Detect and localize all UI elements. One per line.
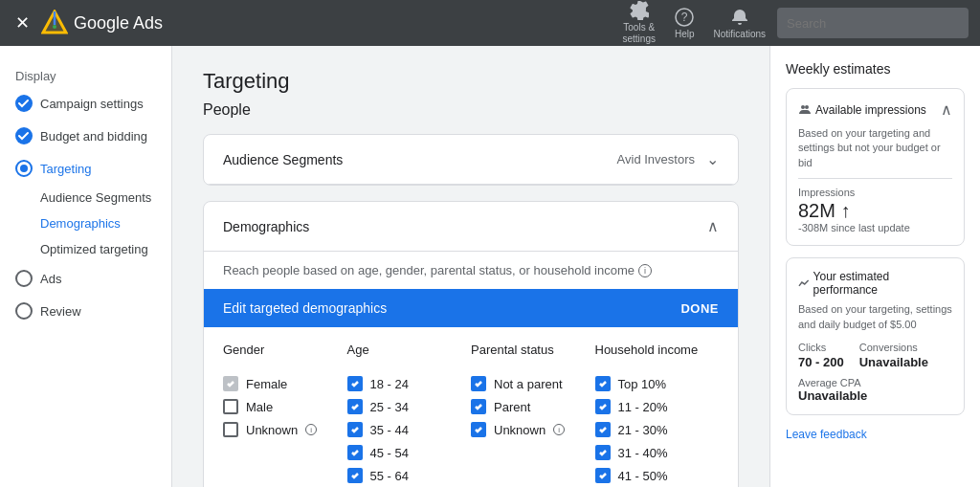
performance-icon bbox=[798, 277, 810, 289]
edit-demographics-bar: Edit targeted demographics DONE bbox=[204, 289, 738, 327]
parental-unknown[interactable]: Unknown i bbox=[471, 422, 580, 437]
display-label: Display bbox=[15, 69, 56, 83]
gender-female[interactable]: Female bbox=[223, 376, 332, 391]
sidebar-label-budget: Budget and bidding bbox=[40, 129, 147, 144]
page-title: Targeting bbox=[203, 69, 739, 94]
impressions-collapse-icon[interactable]: ∧ bbox=[941, 100, 952, 119]
income-11-20[interactable]: 11 - 20% bbox=[595, 399, 704, 414]
circle-active-icon bbox=[15, 160, 33, 177]
checkbox-31-40[interactable] bbox=[595, 445, 611, 460]
avg-cpa-label: Average CPA bbox=[798, 377, 952, 388]
checkbox-25-34[interactable] bbox=[347, 399, 363, 414]
search-input[interactable] bbox=[777, 8, 969, 38]
app-title: Google Ads bbox=[74, 13, 163, 33]
svg-point-8 bbox=[801, 105, 805, 109]
checkbox-35-44[interactable] bbox=[347, 422, 363, 437]
impressions-sub-label: Impressions bbox=[798, 187, 952, 198]
checkbox-21-30[interactable] bbox=[595, 422, 611, 437]
checkbox-top-10[interactable] bbox=[595, 376, 611, 391]
conversions-value: Unavailable bbox=[859, 355, 928, 369]
parental-status-column: Parental status Not a parent Parent Unkn… bbox=[471, 343, 595, 487]
right-panel: Weekly estimates Available impressions ∧… bbox=[769, 46, 980, 487]
gender-unknown-info-icon[interactable]: i bbox=[305, 424, 317, 435]
parental-unknown-info-icon[interactable]: i bbox=[553, 424, 565, 435]
checkbox-male[interactable] bbox=[223, 399, 238, 414]
age-25-34[interactable]: 25 - 34 bbox=[347, 399, 457, 414]
checkbox-not-a-parent[interactable] bbox=[471, 376, 486, 391]
household-income-header: Household income bbox=[595, 343, 704, 357]
sidebar-item-budget-bidding[interactable]: Budget and bidding bbox=[0, 120, 171, 152]
feedback-link[interactable]: Leave feedback bbox=[786, 428, 867, 441]
svg-text:?: ? bbox=[681, 11, 688, 24]
sidebar-item-ads[interactable]: Ads bbox=[0, 262, 171, 295]
sidebar-sub-audience[interactable]: Audience Segments bbox=[0, 185, 171, 210]
done-button[interactable]: DONE bbox=[680, 301, 719, 316]
clicks-value: 70 - 200 bbox=[798, 355, 844, 369]
avg-cpa-metric: Average CPA Unavailable bbox=[798, 377, 952, 403]
checkbox-55-64[interactable] bbox=[347, 468, 363, 483]
checkbox-11-20[interactable] bbox=[595, 399, 611, 414]
checkbox-18-24[interactable] bbox=[347, 376, 363, 391]
close-icon[interactable]: ✕ bbox=[11, 9, 33, 37]
logo-icon bbox=[41, 10, 68, 36]
conversions-metric: Conversions Unavailable bbox=[859, 342, 928, 369]
info-icon[interactable]: i bbox=[638, 264, 652, 277]
household-income-column: Household income Top 10% 11 - 20% 21 - 3… bbox=[595, 343, 720, 487]
clicks-label: Clicks bbox=[798, 342, 844, 353]
circle-icon-review bbox=[15, 302, 33, 320]
checkbox-41-50[interactable] bbox=[595, 468, 611, 483]
gender-header: Gender bbox=[223, 343, 332, 357]
parental-parent[interactable]: Parent bbox=[471, 399, 580, 414]
tools-settings-button[interactable]: Tools & settings bbox=[614, 0, 662, 49]
age-45-54[interactable]: 45 - 54 bbox=[347, 445, 457, 460]
income-31-40[interactable]: 31 - 40% bbox=[595, 445, 704, 460]
checkbox-parental-unknown[interactable] bbox=[471, 422, 486, 437]
audience-segments-label: Audience Segments bbox=[223, 152, 343, 167]
layout: Display Campaign settings Budget and bid… bbox=[0, 46, 980, 487]
check-icon-2 bbox=[15, 127, 33, 144]
sidebar-item-review[interactable]: Review bbox=[0, 295, 171, 327]
checkbox-gender-unknown[interactable] bbox=[223, 422, 238, 437]
sidebar-sub-optimized[interactable]: Optimized targeting bbox=[0, 236, 171, 262]
tools-label: Tools & settings bbox=[622, 22, 655, 45]
gender-unknown[interactable]: Unknown i bbox=[223, 422, 332, 437]
sidebar: Display Campaign settings Budget and bid… bbox=[0, 46, 172, 487]
people-section-title: People bbox=[203, 101, 739, 119]
check-icon bbox=[15, 95, 33, 112]
help-button[interactable]: ? Help bbox=[667, 4, 702, 43]
income-41-50[interactable]: 41 - 50% bbox=[595, 468, 704, 483]
demographics-description: Reach people based on age, gender, paren… bbox=[204, 252, 738, 289]
sidebar-label-targeting: Targeting bbox=[40, 162, 91, 176]
audience-segments-header[interactable]: Audience Segments Avid Investors ⌄ bbox=[204, 135, 738, 185]
sidebar-item-campaign-settings[interactable]: Campaign settings bbox=[0, 87, 171, 120]
audience-segments-card: Audience Segments Avid Investors ⌄ bbox=[203, 134, 739, 186]
age-35-44[interactable]: 35 - 44 bbox=[347, 422, 457, 437]
parental-status-header: Parental status bbox=[471, 343, 580, 357]
impressions-card: Available impressions ∧ Based on your ta… bbox=[786, 88, 965, 246]
parental-not-a-parent[interactable]: Not a parent bbox=[471, 376, 580, 391]
topbar: ✕ Google Ads Tools & settings ? Help Not… bbox=[0, 0, 980, 46]
age-header: Age bbox=[347, 343, 457, 357]
income-21-30[interactable]: 21 - 30% bbox=[595, 422, 704, 437]
impressions-label: Available impressions bbox=[798, 103, 926, 117]
edit-bar-label: Edit targeted demographics bbox=[223, 300, 387, 316]
performance-header: Your estimated performance bbox=[798, 270, 952, 297]
age-18-24[interactable]: 18 - 24 bbox=[347, 376, 457, 391]
income-top-10[interactable]: Top 10% bbox=[595, 376, 704, 391]
notifications-label: Notifications bbox=[714, 29, 766, 39]
age-column: Age 18 - 24 25 - 34 35 - 44 bbox=[347, 343, 472, 487]
checkbox-parent[interactable] bbox=[471, 399, 486, 414]
chevron-up-icon: ∧ bbox=[707, 217, 719, 235]
gender-male[interactable]: Male bbox=[223, 399, 332, 414]
sidebar-sub-demographics[interactable]: Demographics bbox=[0, 210, 171, 236]
impressions-description: Based on your targeting and settings but… bbox=[798, 126, 952, 170]
performance-description: Based on your targeting, settings and da… bbox=[798, 302, 952, 332]
conversions-label: Conversions bbox=[859, 342, 928, 353]
checkbox-45-54[interactable] bbox=[347, 445, 363, 460]
gender-column: Gender Female Male bbox=[223, 343, 347, 487]
notifications-button[interactable]: Notifications bbox=[706, 4, 773, 43]
sidebar-item-targeting[interactable]: Targeting bbox=[0, 152, 171, 185]
checkbox-female[interactable] bbox=[223, 376, 238, 391]
age-55-64[interactable]: 55 - 64 bbox=[347, 468, 457, 483]
demographics-header[interactable]: Demographics ∧ bbox=[204, 202, 738, 252]
